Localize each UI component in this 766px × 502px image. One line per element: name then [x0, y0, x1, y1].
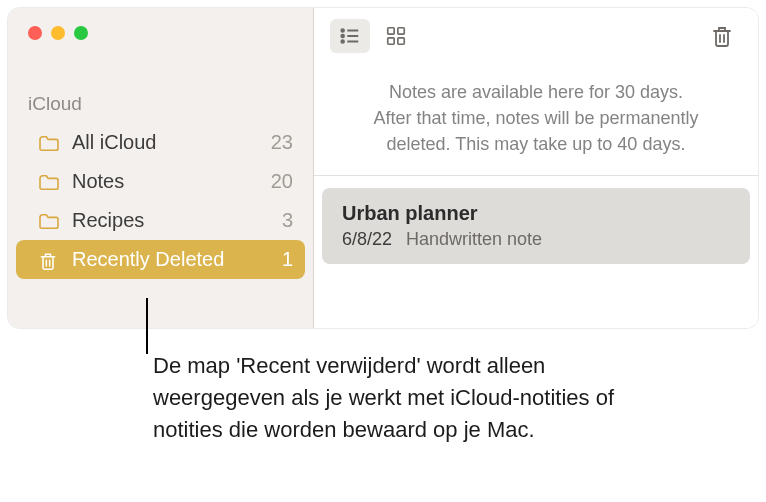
sidebar-item-label: Recently Deleted	[72, 248, 224, 271]
sidebar-item-label: Recipes	[72, 209, 144, 232]
sidebar-item-count: 3	[282, 209, 293, 232]
banner-line: deleted. This may take up to 40 days.	[354, 131, 718, 157]
app-window: iCloud All iCloud 23 Notes 20	[8, 8, 758, 328]
folder-icon	[38, 173, 60, 191]
svg-rect-8	[388, 37, 394, 43]
note-list: Urban planner 6/8/22Handwritten note	[314, 176, 758, 276]
note-meta: 6/8/22Handwritten note	[342, 229, 730, 250]
svg-point-2	[341, 40, 344, 43]
callout-text: De map 'Recent verwijderd' wordt alleen …	[153, 350, 633, 446]
window-controls	[8, 8, 313, 63]
svg-point-0	[341, 29, 344, 32]
svg-point-1	[341, 34, 344, 37]
callout-leader-line	[146, 298, 148, 354]
sidebar-item-count: 20	[271, 170, 293, 193]
banner-line: Notes are available here for 30 days.	[354, 79, 718, 105]
sidebar-item-recipes[interactable]: Recipes 3	[8, 201, 313, 240]
list-view-button[interactable]	[330, 19, 370, 53]
retention-banner: Notes are available here for 30 days. Af…	[314, 63, 758, 176]
close-window-button[interactable]	[28, 26, 42, 40]
sidebar-item-label: Notes	[72, 170, 124, 193]
sidebar-item-notes[interactable]: Notes 20	[8, 162, 313, 201]
sidebar-item-count: 1	[282, 248, 293, 271]
banner-line: After that time, notes will be permanent…	[354, 105, 718, 131]
note-subtitle: Handwritten note	[406, 229, 542, 249]
sidebar: iCloud All iCloud 23 Notes 20	[8, 8, 314, 328]
sidebar-item-label: All iCloud	[72, 131, 156, 154]
svg-rect-7	[398, 27, 404, 33]
note-date: 6/8/22	[342, 229, 392, 249]
sidebar-item-count: 23	[271, 131, 293, 154]
main-panel: Notes are available here for 30 days. Af…	[314, 8, 758, 328]
sidebar-section-header: iCloud	[8, 63, 313, 123]
folder-icon	[38, 134, 60, 152]
maximize-window-button[interactable]	[74, 26, 88, 40]
svg-rect-9	[398, 37, 404, 43]
toolbar	[314, 8, 758, 63]
sidebar-item-all-icloud[interactable]: All iCloud 23	[8, 123, 313, 162]
trash-icon	[38, 251, 60, 269]
grid-view-button[interactable]	[376, 19, 416, 53]
svg-rect-6	[388, 27, 394, 33]
minimize-window-button[interactable]	[51, 26, 65, 40]
note-item[interactable]: Urban planner 6/8/22Handwritten note	[322, 188, 750, 264]
folder-icon	[38, 212, 60, 230]
sidebar-item-recently-deleted[interactable]: Recently Deleted 1	[16, 240, 305, 279]
sidebar-list: All iCloud 23 Notes 20 Recipes 3	[8, 123, 313, 279]
delete-button[interactable]	[702, 19, 742, 53]
note-title: Urban planner	[342, 202, 730, 225]
